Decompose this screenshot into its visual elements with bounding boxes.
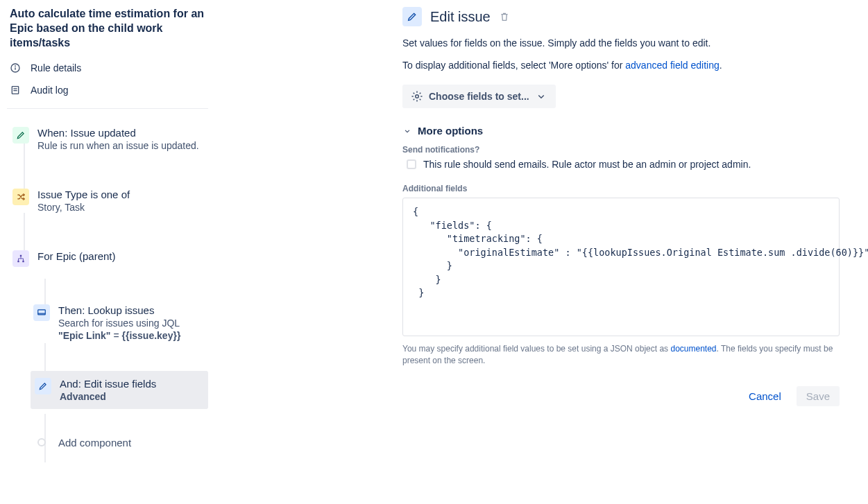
svg-point-11 xyxy=(416,95,419,98)
trash-icon[interactable] xyxy=(499,11,510,22)
pencil-icon xyxy=(407,11,418,22)
lookup-desc: Search for issues using JQL xyxy=(58,318,205,329)
trigger-step[interactable]: When: Issue updated Rule is run when an … xyxy=(10,123,208,164)
notify-checkbox-row[interactable]: This rule should send emails. Rule actor… xyxy=(407,159,840,170)
trigger-desc: Rule is run when an issue is updated. xyxy=(37,140,205,151)
additional-help: You may specify additional field values … xyxy=(402,343,840,367)
lookup-icon xyxy=(33,304,50,321)
audit-log-label: Audit log xyxy=(31,85,68,96)
panel-hint: To display additional fields, select 'Mo… xyxy=(402,60,840,71)
edit-icon xyxy=(35,378,51,394)
add-component-step[interactable]: Add component xyxy=(31,430,208,463)
rule-details-row[interactable]: Rule details xyxy=(7,57,208,79)
notify-text: This rule should send emails. Rule actor… xyxy=(423,159,751,170)
svg-rect-8 xyxy=(22,261,24,262)
choose-fields-button[interactable]: Choose fields to set... xyxy=(402,85,556,108)
documented-link[interactable]: documented xyxy=(670,344,716,354)
chevron-down-icon xyxy=(402,126,412,136)
additional-fields-code[interactable]: { "fields": { "timetracking": { "origina… xyxy=(402,198,840,336)
edit-issue-step[interactable]: And: Edit issue fields Advanced xyxy=(31,371,208,409)
notify-label: Send notifications? xyxy=(402,145,840,155)
info-icon xyxy=(10,62,21,73)
save-button[interactable]: Save xyxy=(797,386,840,406)
divider xyxy=(7,108,208,109)
pencil-icon xyxy=(38,381,48,391)
rule-sidebar: Auto calculate time estimation for an Ep… xyxy=(0,0,208,504)
more-options-toggle[interactable]: More options xyxy=(402,125,840,137)
add-icon xyxy=(37,438,46,446)
chevron-down-icon xyxy=(535,90,547,103)
gear-icon xyxy=(411,90,423,103)
rule-title: Auto calculate time estimation for an Ep… xyxy=(7,7,208,57)
more-options-label: More options xyxy=(418,125,483,137)
edit-desc: Advanced xyxy=(60,391,204,402)
condition-title: Issue Type is one of xyxy=(37,189,205,200)
lookup-step[interactable]: Then: Lookup issues Search for issues us… xyxy=(31,300,208,354)
panel-desc: Set values for fields on the issue. Simp… xyxy=(402,37,840,49)
choose-fields-label: Choose fields to set... xyxy=(429,91,529,102)
rule-steps: When: Issue updated Rule is run when an … xyxy=(7,123,208,463)
monitor-icon xyxy=(37,308,46,318)
notify-checkbox[interactable] xyxy=(407,159,416,169)
audit-log-row[interactable]: Audit log xyxy=(7,79,208,101)
rule-details-label: Rule details xyxy=(31,62,81,73)
condition-step[interactable]: Issue Type is one of Story, Task xyxy=(10,184,208,225)
branch-icon xyxy=(12,250,29,267)
lookup-title: Then: Lookup issues xyxy=(58,304,205,316)
pencil-icon xyxy=(16,130,26,140)
edit-title: And: Edit issue fields xyxy=(60,378,204,390)
branch-step[interactable]: For Epic (parent) xyxy=(10,246,208,279)
shuffle-icon xyxy=(16,192,26,202)
panel-title: Edit issue xyxy=(430,9,491,25)
cancel-button[interactable]: Cancel xyxy=(744,386,785,406)
detail-panel: Edit issue Set values for fields on the … xyxy=(389,0,860,504)
lookup-jql: "Epic Link" = {{issue.key}} xyxy=(58,330,205,341)
svg-point-2 xyxy=(15,66,16,67)
advanced-editing-link[interactable]: advanced field editing xyxy=(625,60,719,71)
tree-icon xyxy=(16,254,26,263)
trigger-icon xyxy=(12,127,29,144)
branch-title: For Epic (parent) xyxy=(37,250,205,262)
trigger-title: When: Issue updated xyxy=(37,127,205,139)
svg-rect-9 xyxy=(38,310,46,315)
add-component-label: Add component xyxy=(58,437,205,449)
additional-label: Additional fields xyxy=(402,184,840,193)
svg-rect-7 xyxy=(17,261,19,262)
svg-rect-6 xyxy=(20,255,22,257)
list-icon xyxy=(10,85,21,96)
edit-issue-icon xyxy=(402,7,422,26)
condition-desc: Story, Task xyxy=(37,202,205,213)
condition-icon xyxy=(12,189,29,205)
